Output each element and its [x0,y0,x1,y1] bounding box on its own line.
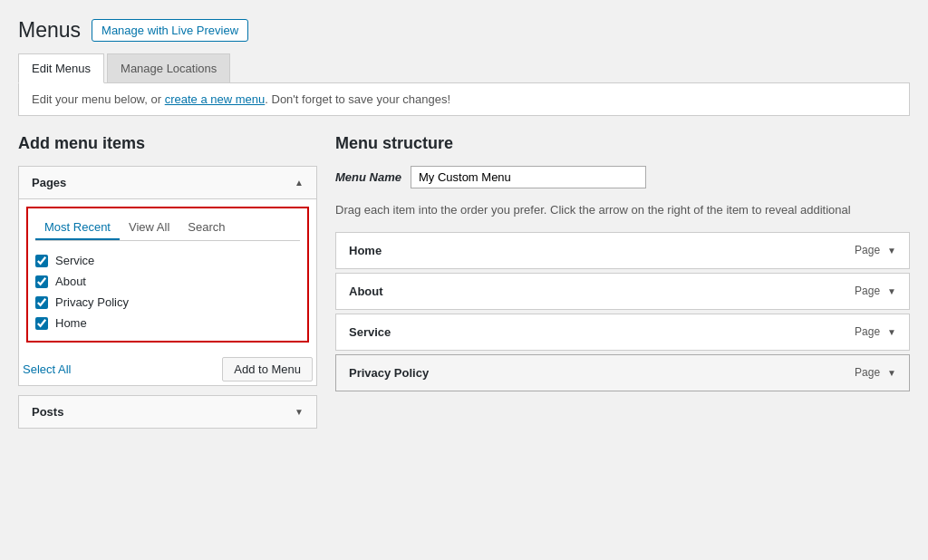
tab-search[interactable]: Search [179,216,234,240]
menu-structure-title: Menu structure [335,134,910,153]
menu-name-label: Menu Name [335,170,401,184]
notice-text-before: Edit your menu below, or [32,92,165,106]
service-checkbox[interactable] [35,255,48,267]
menu-item-about[interactable]: About Page ▼ [335,273,910,310]
page-title: Menus [18,18,81,43]
menu-item-home[interactable]: Home Page ▼ [335,232,910,269]
privacy-policy-label: Privacy Policy [55,295,129,309]
menu-item-service-label: Service [349,325,391,339]
privacy-policy-checkbox[interactable] [35,296,48,309]
menu-item-service-type: Page ▼ [855,325,896,338]
list-item: About [35,271,300,292]
list-item: Service [35,250,300,271]
pages-accordion: Pages ▲ Most Recent View All Search [18,166,317,386]
service-type-label: Page [855,325,880,338]
about-type-label: Page [855,285,880,297]
tab-view-all[interactable]: View All [120,216,179,240]
page-title-area: Menus Manage with Live Preview [18,9,910,53]
posts-accordion-label: Posts [32,405,63,419]
notice-bar: Edit your menu below, or create a new me… [18,83,910,116]
notice-text-after: . Don't forget to save your changes! [265,92,450,106]
privacy-policy-type-label: Page [855,366,880,379]
about-checkbox[interactable] [35,275,48,288]
menu-name-input[interactable] [411,166,646,188]
list-item: Privacy Policy [35,292,300,313]
menu-items-list: Home Page ▼ About Page ▼ Service [335,232,910,391]
nav-tabs: Edit Menus Manage Locations [18,53,910,83]
select-all-link[interactable]: Select All [23,362,71,376]
pages-accordion-header[interactable]: Pages ▲ [19,167,316,199]
pages-subtabs: Most Recent View All Search [35,216,300,241]
pages-accordion-label: Pages [32,176,66,189]
pages-inner-box: Most Recent View All Search Service Abou… [26,207,309,343]
home-chevron-down-icon[interactable]: ▼ [887,246,896,256]
tab-edit-menus[interactable]: Edit Menus [18,53,104,83]
menu-item-about-type: Page ▼ [855,285,896,297]
menu-item-about-label: About [349,285,383,298]
pages-accordion-chevron-up-icon: ▲ [295,178,304,188]
main-content: Add menu items Pages ▲ Most Recent View … [18,134,910,429]
add-to-menu-button[interactable]: Add to Menu [222,357,313,381]
service-chevron-down-icon[interactable]: ▼ [887,327,896,337]
pages-checkbox-list: Service About Privacy Policy Home [35,250,300,333]
tab-manage-locations[interactable]: Manage Locations [107,53,230,82]
menu-item-privacy-policy-label: Privacy Policy [349,366,429,380]
right-panel: Menu structure Menu Name Drag each item … [335,134,910,429]
about-chevron-down-icon[interactable]: ▼ [887,286,896,296]
posts-accordion-header[interactable]: Posts ▼ [19,396,316,428]
list-item: Home [35,313,300,333]
menu-item-home-type: Page ▼ [855,244,896,256]
posts-accordion: Posts ▼ [18,395,317,429]
menu-name-row: Menu Name [335,166,910,188]
pages-actions: Select All Add to Menu [19,350,316,385]
menu-item-privacy-policy[interactable]: Privacy Policy Page ▼ [335,354,910,391]
add-menu-items-title: Add menu items [18,134,317,153]
privacy-policy-chevron-down-icon[interactable]: ▼ [887,368,896,378]
create-new-menu-link[interactable]: create a new menu [165,92,266,106]
left-panel: Add menu items Pages ▲ Most Recent View … [18,134,317,429]
about-label: About [55,275,86,288]
menu-instruction: Drag each item into the order you prefer… [335,201,910,219]
menu-item-privacy-policy-type: Page ▼ [855,366,896,379]
tab-most-recent[interactable]: Most Recent [35,216,120,240]
home-type-label: Page [855,244,880,256]
menu-item-service[interactable]: Service Page ▼ [335,314,910,351]
home-checkbox[interactable] [35,317,48,330]
home-label: Home [55,316,87,330]
menu-item-home-label: Home [349,244,382,257]
live-preview-button[interactable]: Manage with Live Preview [92,19,248,42]
posts-accordion-chevron-down-icon: ▼ [295,407,304,417]
service-label: Service [55,254,94,267]
